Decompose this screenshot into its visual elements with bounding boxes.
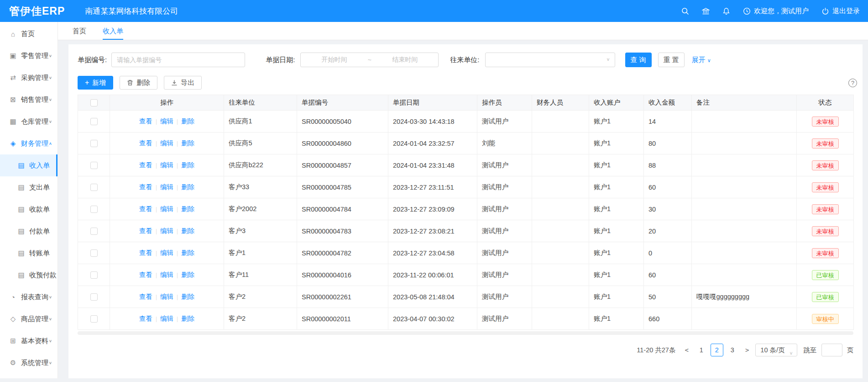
sidebar-item[interactable]: ▤ 收入单	[0, 154, 58, 176]
cell-order-date: 2023-11-22 00:06:01	[388, 264, 477, 286]
sidebar-item[interactable]: ▤ 支出单	[0, 176, 58, 198]
page-number[interactable]: 2	[711, 344, 723, 356]
view-link[interactable]: 查看	[139, 227, 152, 234]
row-checkbox[interactable]	[90, 249, 98, 257]
cell-operator: 测试用户	[477, 286, 532, 308]
sidebar-item[interactable]: ▤ 收预付款	[0, 264, 58, 286]
row-checkbox[interactable]	[90, 140, 98, 147]
next-page-button[interactable]: >	[743, 346, 751, 354]
date-start-placeholder[interactable]: 开始时间	[301, 56, 367, 64]
view-link[interactable]: 查看	[139, 205, 152, 212]
partner-select[interactable]: ∨	[485, 53, 615, 67]
delete-link[interactable]: 删除	[181, 161, 194, 169]
delete-link[interactable]: 删除	[181, 139, 194, 147]
cell-partner: 供应商1	[224, 111, 297, 133]
edit-link[interactable]: 编辑	[160, 117, 173, 125]
edit-link[interactable]: 编辑	[160, 249, 173, 256]
view-link[interactable]: 查看	[139, 271, 152, 278]
view-link[interactable]: 查看	[139, 249, 152, 256]
sidebar-item[interactable]: ◔ 报表查询 ∨	[0, 286, 58, 308]
delete-link[interactable]: 删除	[181, 205, 194, 212]
row-actions: 查看|编辑|删除	[110, 220, 224, 242]
bell-icon[interactable]	[722, 7, 730, 15]
delete-link[interactable]: 删除	[181, 315, 194, 322]
doc-date-label: 单据日期:	[266, 56, 295, 64]
page-number[interactable]: 3	[726, 344, 739, 356]
date-end-placeholder[interactable]: 结束时间	[371, 56, 438, 64]
sidebar-item[interactable]: ▣ 零售管理 ∨	[0, 45, 58, 67]
sidebar-item[interactable]: ▤ 付款单	[0, 220, 58, 242]
sidebar-item[interactable]: ◈ 财务管理 ∧	[0, 133, 58, 154]
row-checkbox[interactable]	[90, 315, 98, 323]
view-link[interactable]: 查看	[139, 293, 152, 300]
search-icon[interactable]	[681, 7, 689, 15]
select-all-checkbox[interactable]	[90, 99, 98, 106]
status-badge: 未审核	[812, 117, 839, 127]
user-welcome[interactable]: 欢迎您，测试用户	[743, 7, 809, 16]
table-horizontal-scrollbar[interactable]	[78, 331, 853, 335]
doc-no-input[interactable]	[111, 53, 245, 67]
delete-link[interactable]: 删除	[181, 117, 194, 125]
row-checkbox[interactable]	[90, 293, 98, 301]
edit-link[interactable]: 编辑	[160, 205, 173, 212]
bank-icon[interactable]	[702, 7, 710, 15]
tab[interactable]: 首页	[73, 22, 86, 40]
sidebar-item[interactable]: ⚙ 系统管理 ∨	[0, 352, 58, 374]
sidebar-item[interactable]: ◇ 商品管理 ∨	[0, 308, 58, 330]
delete-link[interactable]: 删除	[181, 249, 194, 256]
delete-link[interactable]: 删除	[181, 183, 194, 191]
row-checkbox[interactable]	[90, 206, 98, 213]
sidebar-item[interactable]: ▤ 收款单	[0, 198, 58, 220]
search-button[interactable]: 查 询	[625, 53, 652, 67]
view-link[interactable]: 查看	[139, 117, 152, 125]
prev-page-button[interactable]: <	[683, 346, 690, 354]
view-link[interactable]: 查看	[139, 161, 152, 169]
cell-amount: 80	[644, 133, 692, 154]
view-link[interactable]: 查看	[139, 315, 152, 322]
sidebar-item[interactable]: ⌂ 首页	[0, 23, 58, 45]
edit-link[interactable]: 编辑	[160, 227, 173, 234]
date-range-picker[interactable]: 开始时间 ~ 结束时间	[300, 53, 439, 67]
row-checkbox[interactable]	[90, 184, 98, 191]
sidebar-item-label: 销售管理	[21, 96, 48, 104]
row-checkbox[interactable]	[90, 162, 98, 169]
edit-link[interactable]: 编辑	[160, 139, 173, 147]
delete-link[interactable]: 删除	[181, 271, 194, 278]
logout-button[interactable]: 退出登录	[821, 7, 860, 16]
expand-toggle[interactable]: 展开 ∨	[692, 56, 711, 64]
row-checkbox[interactable]	[90, 118, 98, 125]
cell-order-no: SR00000004783	[297, 220, 388, 242]
page-number[interactable]: 1	[695, 344, 708, 356]
sidebar-item[interactable]: ⊞ 基本资料 ∨	[0, 330, 58, 352]
page-size-select[interactable]: 10 条/页 ∨	[755, 344, 797, 356]
delete-button[interactable]: 删除	[120, 76, 157, 90]
sidebar-item[interactable]: ▤ 转账单	[0, 242, 58, 264]
view-link[interactable]: 查看	[139, 183, 152, 191]
cell-partner: 客户2002	[224, 198, 297, 220]
cell-finance-staff	[532, 176, 589, 198]
edit-link[interactable]: 编辑	[160, 293, 173, 300]
cell-account: 账户1	[589, 154, 644, 176]
jump-page-input[interactable]	[821, 344, 842, 356]
reset-button[interactable]: 重 置	[658, 53, 685, 67]
delete-link[interactable]: 删除	[181, 227, 194, 234]
edit-link[interactable]: 编辑	[160, 271, 173, 278]
sidebar-item[interactable]: ▦ 仓库管理 ∨	[0, 111, 58, 133]
edit-link[interactable]: 编辑	[160, 161, 173, 169]
chevron-icon: ∨	[49, 317, 52, 321]
view-link[interactable]: 查看	[139, 139, 152, 147]
sidebar-item-label: 系统管理	[21, 359, 48, 367]
topbar-actions: 欢迎您，测试用户 退出登录	[681, 7, 860, 16]
row-checkbox[interactable]	[90, 271, 98, 279]
sidebar-item[interactable]: ⇄ 采购管理 ∨	[0, 67, 58, 89]
edit-link[interactable]: 编辑	[160, 315, 173, 322]
delete-link[interactable]: 删除	[181, 293, 194, 300]
edit-link[interactable]: 编辑	[160, 183, 173, 191]
help-icon[interactable]: ?	[848, 79, 857, 87]
sidebar-item[interactable]: ⊠ 销售管理 ∨	[0, 89, 58, 111]
tab[interactable]: 收入单	[103, 22, 123, 40]
menu-icon: ⇄	[9, 74, 17, 82]
row-checkbox[interactable]	[90, 228, 98, 235]
export-button[interactable]: 导出	[164, 76, 202, 90]
add-button[interactable]: + 新增	[78, 76, 113, 90]
